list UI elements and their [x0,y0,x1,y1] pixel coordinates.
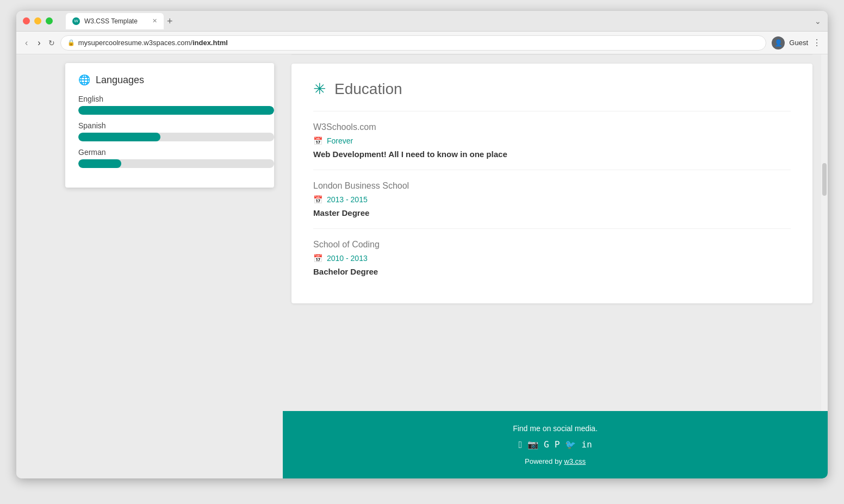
language-item-spanish: Spanish [78,121,261,141]
edu-entry-w3schools: W3Schools.com 📅 Forever Web Development!… [313,111,791,170]
new-tab-button[interactable]: + [167,16,173,26]
edu-school-w3schools: W3Schools.com [313,122,791,132]
active-tab[interactable]: W W3.CSS Template ✕ [66,13,164,29]
tab-close-button[interactable]: ✕ [152,17,157,24]
languages-header: 🌐 Languages [78,74,261,86]
language-item-english: English [78,95,261,115]
google-icon[interactable]: G [544,439,549,451]
linkedin-icon[interactable]: in [581,439,592,451]
edu-period-w3schools: 📅 Forever [313,136,791,145]
scrollbar-track[interactable] [821,54,828,411]
languages-card: 🌐 Languages English Spanish Germ [65,63,274,188]
calendar-icon-1: 📅 [313,195,322,204]
profile-area: 👤 Guest ⋮ [772,36,821,49]
url-bar[interactable]: 🔒 mysupercoolresume.w3spaces.com/index.h… [60,35,767,51]
edu-period-text-2: 2010 - 2013 [327,254,368,263]
window-controls: ⌄ [815,17,821,26]
instagram-icon[interactable]: 📷 [528,439,538,451]
title-bar: W W3.CSS Template ✕ + ⌄ [16,11,828,32]
english-progress-fill [78,106,274,115]
edu-school-coding: School of Coding [313,240,791,250]
back-button[interactable]: ‹ [23,37,30,49]
education-header: ✳ Education [313,80,791,98]
address-bar: ‹ › ↻ 🔒 mysupercoolresume.w3spaces.com/i… [16,32,828,54]
calendar-icon-2: 📅 [313,254,322,263]
language-item-german: German [78,148,261,168]
footer-social-text: Find me on social media. [296,424,815,433]
maximize-button[interactable] [46,17,53,24]
more-options-button[interactable]: ⋮ [812,38,821,48]
language-name-spanish: Spanish [78,121,261,130]
left-sidebar: 🌐 Languages English Spanish Germ [16,54,283,478]
refresh-button[interactable]: ↻ [48,39,55,47]
page-content: 🌐 Languages English Spanish Germ [16,54,828,478]
twitter-icon[interactable]: 🐦 [565,439,576,451]
forward-button[interactable]: › [35,37,42,49]
url-text: mysupercoolresume.w3spaces.com/index.htm… [78,39,228,47]
education-icon: ✳ [313,80,326,98]
lock-icon: 🔒 [67,39,75,46]
tab-bar: W W3.CSS Template ✕ + [66,13,810,29]
footer-powered: Powered by w3.css [296,457,815,465]
w3css-link[interactable]: w3.css [564,457,586,465]
footer: Find me on social media.  📷 G P 🐦 in Po… [283,411,828,478]
calendar-icon-0: 📅 [313,136,322,145]
language-name-german: German [78,148,261,157]
edu-period-london: 📅 2013 - 2015 [313,195,791,204]
edu-period-text-1: 2013 - 2015 [327,195,368,204]
pinterest-icon[interactable]: P [555,439,560,451]
edu-entry-london: London Business School 📅 2013 - 2015 Mas… [313,170,791,228]
profile-avatar: 👤 [772,36,785,49]
education-title: Education [334,80,402,98]
language-name-english: English [78,95,261,103]
german-progress-bg [78,159,274,168]
globe-icon: 🌐 [78,74,90,86]
edu-period-coding: 📅 2010 - 2013 [313,254,791,263]
profile-name: Guest [789,39,808,47]
edu-school-london: London Business School [313,181,791,191]
spanish-progress-bg [78,133,274,141]
close-button[interactable] [23,17,30,24]
edu-degree-london: Master Degree [313,208,791,217]
facebook-icon[interactable]:  [518,439,522,451]
languages-title: Languages [96,74,144,86]
german-progress-fill [78,159,121,168]
english-progress-bg [78,106,274,115]
spanish-progress-fill [78,133,160,141]
edu-degree-coding: Bachelor Degree [313,267,791,276]
edu-period-text-0: Forever [327,136,353,145]
tab-favicon: W [72,17,80,25]
main-content: ✳ Education W3Schools.com 📅 Forever Web … [283,54,821,411]
edu-entry-coding: School of Coding 📅 2010 - 2013 Bachelor … [313,228,791,287]
tab-title: W3.CSS Template [84,17,138,25]
edu-degree-w3schools: Web Development! All I need to know in o… [313,150,791,159]
social-icons:  📷 G P 🐦 in [296,439,815,451]
education-card: ✳ Education W3Schools.com 📅 Forever Web … [291,64,812,303]
scrollbar-thumb[interactable] [822,163,827,196]
minimize-button[interactable] [34,17,41,24]
